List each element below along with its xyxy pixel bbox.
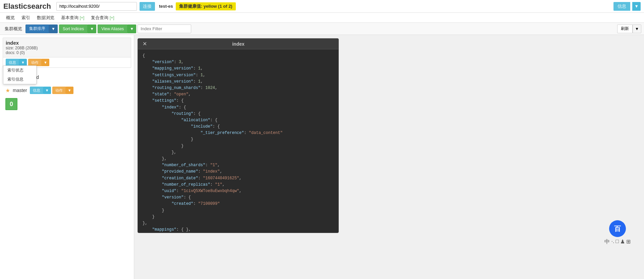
refresh-arrow[interactable]: ▼ (633, 25, 641, 33)
json-line: "creation_date": "1607440491625", (143, 175, 334, 182)
baidu-icon-3: □ (615, 238, 619, 245)
nav-overview[interactable]: 概览 (3, 14, 17, 21)
json-line: } (143, 214, 334, 220)
nav-indices[interactable]: 索引 (19, 14, 33, 21)
top-info-arrow[interactable]: ▼ (632, 2, 641, 11)
view-aliases-button[interactable]: View Aliases (98, 25, 127, 33)
refresh-button[interactable]: 刷新 (617, 25, 633, 33)
json-line: "settings_version": 1, (143, 72, 334, 79)
cluster-sort-button[interactable]: 集群排序 (25, 25, 49, 33)
cluster-sort-group: 集群排序 ▼ (25, 25, 58, 33)
index-info-arrow[interactable]: ▼ (19, 59, 27, 66)
app-title: Elasticsearch (3, 2, 51, 11)
modal-header: ✕ index (138, 39, 338, 49)
index-action-button[interactable]: 动作 (28, 59, 42, 66)
index-info-button[interactable]: 信息 (6, 59, 19, 66)
top-bar: Elasticsearch 连接 test-es 集群健康值: yellow (… (0, 0, 644, 13)
json-line: }, (143, 156, 334, 162)
json-line: } (143, 143, 334, 149)
json-line: "allocation": { (143, 117, 334, 124)
json-line: { (143, 53, 334, 59)
json-line: }, (143, 220, 334, 227)
toolbar: 集群概览 集群排序 ▼ Sort Indices ▼ View Aliases … (0, 23, 644, 35)
modal-body[interactable]: { "version": 3, "mapping_version": 1, "s… (138, 49, 338, 233)
compound-query-plus: [+] (110, 15, 114, 20)
master-label: master (13, 88, 27, 93)
star-icon: ★ (5, 87, 10, 94)
index-card: index size: 208B (208B) docs: 0 (0) 信息 ▼… (3, 38, 131, 68)
refresh-group: 刷新 ▼ (617, 25, 641, 33)
basic-query-plus: [+] (80, 15, 85, 20)
master-info-arrow[interactable]: ▼ (43, 87, 51, 94)
dropdown-index-info[interactable]: 索引信息 (3, 75, 36, 84)
baidu-icon-2: ·. (611, 238, 614, 245)
index-action-group: 动作 ▼ (28, 59, 49, 66)
shard-number: 0 (10, 101, 13, 108)
top-right-actions: 信息 ▼ (613, 2, 641, 11)
baidu-watermark: 百 中 ·. □ ♟ ⊞ (604, 220, 631, 245)
modal: ✕ index { "version": 3, "mapping_version… (138, 38, 339, 233)
master-actions: 信息 ▼ 动作 ▼ (30, 87, 73, 94)
url-input[interactable] (56, 2, 137, 11)
right-panel: ✕ index { "version": 3, "mapping_version… (134, 35, 644, 279)
json-line: "index": { (143, 104, 334, 111)
json-line: "routing": { (143, 111, 334, 117)
json-line: "created": "7100099" (143, 201, 334, 207)
json-line: "aliases_version": 1, (143, 79, 334, 85)
index-card-header: index size: 208B (208B) docs: 0 (0) (3, 38, 131, 57)
json-line: "include": { (143, 124, 334, 130)
json-line: "version": 3, (143, 59, 334, 65)
index-name: index (6, 40, 128, 46)
index-size: size: 208B (208B) (6, 46, 128, 50)
master-section: ★ master 信息 ▼ 动作 ▼ (3, 84, 131, 97)
json-line: "number_of_replicas": "1", (143, 182, 334, 188)
index-docs: docs: 0 (0) (6, 50, 128, 55)
nav-basic-query[interactable]: 基本查询 [+] (58, 14, 87, 21)
json-line: }, (143, 149, 334, 156)
json-line: } (143, 207, 334, 214)
baidu-logo: 百 (609, 220, 626, 237)
json-line: "number_of_shards": "1", (143, 162, 334, 169)
json-line: "state": "open", (143, 91, 334, 98)
index-action-arrow[interactable]: ▼ (42, 59, 49, 66)
index-info-dropdown: 索引状态 索引信息 (3, 65, 37, 84)
nav-data-browser[interactable]: 数据浏览 (34, 14, 57, 21)
cluster-name: test-es (159, 4, 173, 9)
modal-title: index (232, 41, 245, 47)
connect-button[interactable]: 连接 (140, 2, 155, 11)
shard-box: 0 (5, 98, 17, 110)
nav-bar: 概览 索引 数据浏览 基本查询 [+] 复合查询 [+] (0, 13, 644, 23)
cluster-overview-label: 集群概览 (3, 25, 24, 33)
json-line: "settings": { (143, 98, 334, 104)
index-filter-input[interactable] (138, 25, 191, 33)
cluster-sort-arrow[interactable]: ▼ (49, 25, 58, 33)
modal-container: ✕ index { "version": 3, "mapping_version… (138, 38, 339, 233)
main-content: index size: 208B (208B) docs: 0 (0) 信息 ▼… (0, 35, 644, 279)
json-line: "_tier_preference": "data_content" (143, 130, 334, 136)
master-action-arrow[interactable]: ▼ (66, 87, 73, 94)
sort-indices-button[interactable]: Sort Indices (59, 25, 88, 33)
baidu-icon-4: ♟ (620, 238, 625, 245)
json-line: "uuid": "1civQ5XWToe8uEwxbqh4qw", (143, 188, 334, 194)
modal-close-button[interactable]: ✕ (141, 41, 148, 47)
json-line: } (143, 136, 334, 143)
sort-indices-arrow[interactable]: ▼ (88, 25, 96, 33)
master-action-group: 动作 ▼ (52, 87, 73, 94)
master-action-button[interactable]: 动作 (52, 87, 66, 94)
json-line: "version": { (143, 194, 334, 201)
json-line: "mappings": { }, (143, 227, 334, 233)
view-aliases-arrow[interactable]: ▼ (127, 25, 136, 33)
master-info-group: 信息 ▼ (30, 87, 51, 94)
top-info-button[interactable]: 信息 (613, 2, 630, 11)
master-info-button[interactable]: 信息 (30, 87, 43, 94)
sidebar: index size: 208B (208B) docs: 0 (0) 信息 ▼… (0, 35, 134, 279)
dropdown-index-status[interactable]: 索引状态 (3, 66, 36, 75)
nav-compound-query[interactable]: 复合查询 [+] (88, 14, 117, 21)
index-actions: 信息 ▼ 索引状态 索引信息 动作 ▼ (3, 57, 131, 67)
json-line: "provided_name": "index", (143, 169, 334, 175)
json-line: "routing_num_shards": 1024, (143, 85, 334, 91)
baidu-icon-1: 中 (604, 238, 610, 245)
json-line: "mapping_version": 1, (143, 65, 334, 72)
shard-container: 0 (3, 97, 131, 111)
baidu-icon-5: ⊞ (626, 238, 631, 245)
